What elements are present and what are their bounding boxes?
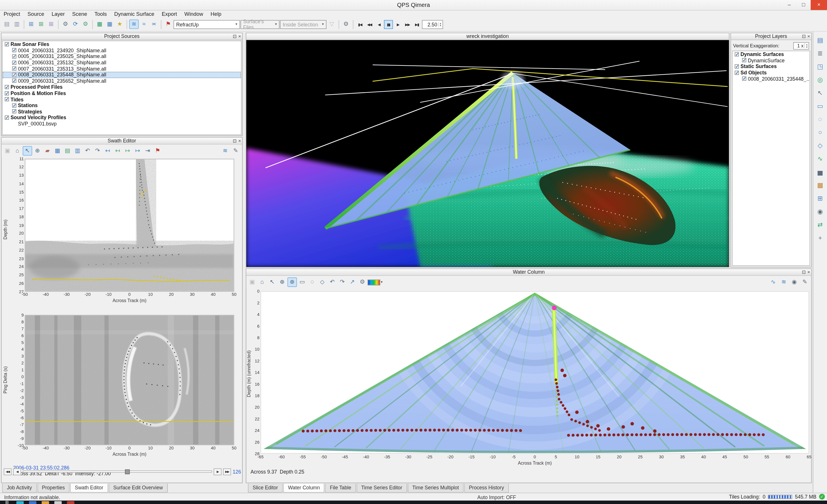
pan-icon[interactable]: + — [816, 234, 825, 243]
tab[interactable]: File Table — [325, 484, 356, 493]
visibility-icon[interactable]: ◉ — [816, 207, 825, 217]
menu-item[interactable]: Tools — [91, 11, 110, 17]
annotation-icon[interactable]: ✎ — [800, 278, 810, 287]
eye-icon[interactable]: ◉ — [790, 278, 799, 287]
add-nav-files-icon[interactable]: ⊞ — [47, 19, 56, 29]
tree-row[interactable]: ✓ 0006_20060331_235132_ShipName.all — [3, 59, 241, 65]
tree-row[interactable]: ✓ 0005_20060331_235025_ShipName.all — [3, 53, 241, 59]
flag-icon[interactable]: ⚑ — [153, 146, 162, 156]
goto-ping-icon[interactable]: ⇥ — [143, 146, 152, 156]
vertical-exaggeration-spinner[interactable]: 1 x ▴ ▾ — [793, 42, 809, 49]
checkbox[interactable]: ✓ — [5, 115, 9, 120]
prev-ping-button[interactable]: ◀ — [13, 468, 21, 475]
swath-top-plot[interactable] — [25, 159, 234, 292]
tree-row[interactable]: ✓ Tides — [3, 96, 241, 102]
save-icon[interactable]: ▣ — [3, 146, 12, 156]
tab[interactable]: Properties — [37, 484, 70, 493]
layer-row[interactable]: ✓ Sd Objects — [733, 69, 810, 75]
start-button[interactable]: ⊞ — [5, 501, 9, 504]
float-panel-icon[interactable]: ⊡ — [233, 33, 237, 40]
scene-views-icon[interactable]: ◳ — [816, 62, 825, 72]
layer-row[interactable]: ✓ Static Surfaces — [733, 63, 810, 69]
tree-row[interactable]: ✓ Sound Velocity Profiles — [3, 114, 241, 120]
annotation-icon[interactable]: ✎ — [231, 146, 240, 156]
menu-item[interactable]: Dynamic Surface — [110, 11, 158, 17]
checkbox[interactable]: ✓ — [5, 42, 9, 47]
zoom-icon[interactable]: ⊕ — [277, 278, 287, 287]
rect-select-icon[interactable]: ▭ — [816, 102, 825, 111]
close-panel-icon[interactable]: × — [238, 138, 241, 144]
taskbar-app-4[interactable] — [54, 501, 62, 504]
fast-forward-button[interactable]: ▶▶ — [403, 20, 412, 29]
lasso-select-icon[interactable]: ◌ — [307, 278, 317, 287]
close-button[interactable]: × — [811, 0, 827, 10]
undo-icon[interactable]: ↶ — [328, 278, 337, 287]
wc-settings-icon[interactable]: ⚙ — [357, 278, 367, 287]
lasso-select-icon[interactable]: ◌ — [816, 115, 825, 124]
checkbox[interactable]: ✓ — [735, 64, 739, 69]
layer-row[interactable]: ✓ DynamicSurface — [733, 57, 810, 63]
checkbox[interactable]: ✓ — [742, 58, 746, 63]
prev-selection-icon[interactable]: ↤ — [113, 146, 122, 156]
tree-row[interactable]: ✓ 0009_20060331_235652_ShipName.all — [3, 78, 241, 84]
tab[interactable]: Time Series Multiplot — [407, 484, 464, 493]
home-icon[interactable]: ⌂ — [257, 278, 267, 287]
stacked-view-icon[interactable]: ≋ — [779, 278, 788, 287]
minimize-button[interactable]: – — [782, 0, 796, 10]
menu-item[interactable]: Layer — [48, 11, 68, 17]
menu-item[interactable]: Source — [24, 11, 48, 17]
dynamic-surface-icon[interactable]: ▦ — [95, 19, 104, 29]
ping-slider[interactable] — [23, 470, 212, 472]
filter-funnel-icon[interactable]: ▽ — [327, 19, 337, 29]
first-ping-button[interactable]: ◀◀ — [4, 468, 12, 475]
skip-end-button[interactable]: ▶▮ — [412, 20, 421, 29]
taskbar-app-1[interactable] — [16, 501, 23, 504]
open-project-icon[interactable]: ▥ — [12, 19, 21, 29]
float-panel-icon[interactable]: ⊡ — [233, 138, 237, 144]
swath-settings-icon[interactable]: ≋ — [221, 146, 230, 156]
swath-bottom-plot[interactable] — [25, 315, 234, 445]
process-settings-icon[interactable]: ⚙ — [61, 19, 70, 29]
checkbox[interactable]: ✓ — [12, 109, 16, 114]
checkbox[interactable]: ✓ — [12, 48, 16, 53]
close-panel-icon[interactable]: × — [808, 269, 810, 275]
tab[interactable]: Process History — [464, 484, 508, 493]
spin-down-icon[interactable]: ▾ — [806, 46, 808, 48]
scene-3d-viewport[interactable] — [246, 40, 729, 267]
profile-icon[interactable]: ∿ — [816, 154, 825, 164]
pick-beam-icon[interactable]: ↗ — [347, 278, 357, 287]
tree-row[interactable]: ✓ 0007_20060331_235313_ShipName.all — [3, 65, 241, 71]
chevron-down-icon[interactable]: ▾ — [381, 280, 383, 284]
tab[interactable]: Time Series Editor — [356, 484, 407, 493]
refraction-tool-combo[interactable]: RefractUp ▾ — [174, 20, 240, 29]
home-icon[interactable]: ⌂ — [13, 146, 22, 156]
tree-row[interactable]: ✓ 0008_20060331_235448_ShipName.all — [3, 72, 241, 78]
pointer-icon[interactable]: ↖ — [23, 146, 32, 156]
menu-item[interactable]: Window — [181, 11, 207, 17]
checkbox[interactable]: ✓ — [742, 77, 746, 81]
taskbar-app-2[interactable] — [29, 501, 36, 504]
add-processed-points-icon[interactable]: ⊞ — [37, 19, 46, 29]
rect-select-icon[interactable]: ▭ — [297, 278, 307, 287]
play-button[interactable]: ▶ — [393, 20, 402, 29]
flag-tool-icon[interactable]: ⚑ — [163, 19, 173, 29]
checkbox[interactable]: ✓ — [12, 60, 16, 65]
surface-star-icon[interactable]: ★ — [115, 19, 124, 29]
water-column-tool-icon[interactable]: ≍ — [149, 19, 159, 29]
histogram-icon[interactable]: ▅ — [816, 168, 825, 177]
tab[interactable]: Job Activity — [2, 484, 37, 493]
pointer-icon[interactable]: ↖ — [816, 89, 825, 98]
file-table-icon[interactable]: ▤ — [816, 36, 825, 45]
tab[interactable]: Slice Editor — [248, 484, 283, 493]
layer-row[interactable]: ✓ Dynamic Surfaces — [733, 51, 810, 57]
swath-editor-tool-icon[interactable]: ≋ — [129, 19, 139, 29]
pointer-icon[interactable]: ↖ — [267, 278, 277, 287]
tree-row[interactable]: ✓ Stations — [3, 102, 241, 108]
checkbox[interactable]: ✓ — [12, 73, 16, 77]
taskbar-app-3[interactable] — [42, 501, 49, 504]
menu-item[interactable]: Scene — [68, 11, 91, 17]
save-icon[interactable]: ▣ — [247, 278, 257, 287]
tree-row[interactable]: ✓ Processed Point Files — [3, 84, 241, 90]
tree-row[interactable]: ✓ SVP_00001.bsvp — [3, 120, 241, 127]
checkbox[interactable]: ✓ — [12, 103, 16, 108]
